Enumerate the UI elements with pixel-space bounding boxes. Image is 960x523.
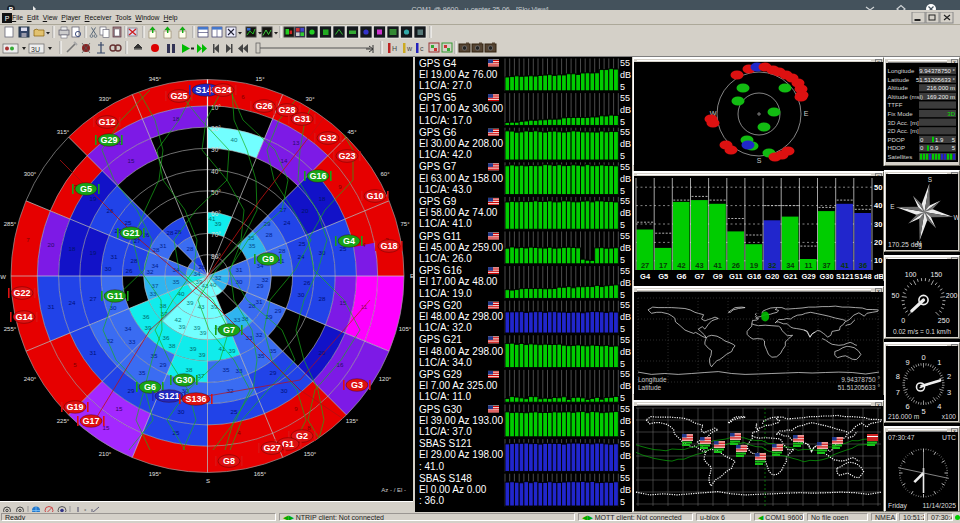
svg-text:W: W: [953, 214, 958, 221]
svg-text:El 29.00 Az 198.00: El 29.00 Az 198.00: [419, 449, 503, 460]
svg-text:G9: G9: [262, 254, 274, 264]
svg-text:15: 15: [340, 299, 347, 306]
svg-text:5: 5: [620, 463, 625, 473]
svg-text:G29: G29: [100, 135, 117, 145]
svg-text:3D: 3D: [947, 111, 955, 117]
svg-text:17: 17: [659, 261, 667, 270]
svg-text:G12: G12: [98, 117, 115, 127]
svg-text:70°: 70°: [211, 231, 221, 238]
svg-text:Satellites: Satellites: [888, 153, 913, 160]
svg-text:El 17.00 Az 48.00: El 17.00 Az 48.00: [419, 276, 498, 287]
svg-text:G31: G31: [293, 114, 310, 124]
svg-text:dB: dB: [874, 272, 883, 281]
svg-text:31: 31: [256, 298, 263, 305]
svg-text:40: 40: [210, 281, 217, 288]
svg-text:3: 3: [947, 388, 951, 397]
svg-text:4: 4: [937, 402, 941, 411]
svg-text:50: 50: [874, 183, 882, 192]
svg-text:6: 6: [906, 402, 910, 411]
svg-text:El 17.00 Az 306.00: El 17.00 Az 306.00: [419, 103, 503, 114]
svg-text:26: 26: [126, 267, 133, 274]
svg-text:30°: 30°: [211, 146, 221, 153]
svg-text:25: 25: [299, 240, 306, 247]
svg-text:El 48.00 Az 298.00: El 48.00 Az 298.00: [419, 346, 503, 357]
svg-text:G10: G10: [366, 191, 383, 201]
svg-text:L1C/A: 11.0: L1C/A: 11.0: [419, 391, 472, 402]
svg-text:216.000 m: 216.000 m: [927, 85, 955, 91]
svg-text:S121: S121: [158, 391, 179, 401]
svg-text:29: 29: [275, 307, 282, 314]
svg-text:L1C/A: 17.0: L1C/A: 17.0: [419, 115, 472, 126]
svg-text:41: 41: [841, 261, 849, 270]
svg-text:35: 35: [258, 352, 265, 359]
svg-text:5: 5: [620, 82, 625, 92]
svg-text:dB: dB: [620, 278, 631, 288]
svg-text:G14: G14: [15, 312, 32, 322]
svg-text:SBAS S121: SBAS S121: [419, 438, 472, 449]
svg-text:dB: dB: [620, 451, 631, 461]
svg-text:5: 5: [620, 220, 625, 230]
svg-text:150: 150: [931, 271, 943, 278]
svg-text:50: 50: [892, 292, 900, 299]
svg-text:5: 5: [620, 428, 625, 438]
svg-text:15: 15: [116, 405, 123, 412]
svg-text:2: 2: [947, 372, 951, 381]
svg-text:5: 5: [620, 186, 625, 196]
svg-text:P: P: [5, 15, 10, 22]
svg-text:7: 7: [26, 236, 30, 243]
svg-text:G2: G2: [296, 431, 308, 441]
svg-text:L1C/A: 26.0: L1C/A: 26.0: [419, 253, 472, 264]
svg-text:L1C/A: 19.0: L1C/A: 19.0: [419, 288, 472, 299]
svg-text:39: 39: [196, 278, 203, 285]
svg-text:G9: G9: [713, 272, 723, 281]
svg-text:28: 28: [279, 247, 286, 254]
svg-text:G29: G29: [801, 272, 815, 281]
svg-text:35: 35: [173, 278, 180, 285]
svg-text:G4: G4: [640, 272, 651, 281]
svg-text:GPS G7: GPS G7: [419, 161, 457, 172]
svg-text:36: 36: [143, 313, 150, 320]
svg-text:29: 29: [160, 361, 167, 368]
svg-text:27: 27: [641, 261, 649, 270]
svg-text:w: w: [406, 45, 413, 52]
svg-text:32: 32: [256, 331, 263, 338]
svg-text:150°: 150°: [304, 451, 317, 457]
svg-text:GPS G4: GPS G4: [419, 58, 457, 69]
svg-text:S: S: [757, 157, 762, 164]
svg-text:G8: G8: [223, 456, 235, 466]
svg-text:38: 38: [169, 342, 176, 349]
svg-text:El 19.00 Az 76.00: El 19.00 Az 76.00: [419, 69, 498, 80]
svg-text:G5: G5: [80, 184, 92, 194]
svg-text:55: 55: [620, 231, 630, 241]
svg-text:G21: G21: [783, 272, 797, 281]
svg-text:G18: G18: [380, 241, 397, 251]
svg-text:170.25 deg: 170.25 deg: [888, 241, 922, 249]
svg-text:G25: G25: [170, 91, 187, 101]
svg-text:G22: G22: [13, 288, 30, 298]
svg-text:dB: dB: [620, 174, 631, 184]
svg-text:24: 24: [284, 219, 291, 226]
svg-text:3D Acc. [m]: 3D Acc. [m]: [888, 119, 919, 126]
svg-text:51.51205633 °: 51.51205633 °: [916, 77, 956, 83]
svg-text:34: 34: [786, 261, 795, 270]
svg-text:L1C/A: 27.0: L1C/A: 27.0: [419, 80, 472, 91]
svg-text:32: 32: [262, 276, 269, 283]
svg-text:27: 27: [280, 206, 287, 213]
svg-text:165°: 165°: [254, 471, 267, 477]
svg-text:51.51205633 °: 51.51205633 °: [838, 384, 881, 391]
svg-text:20°: 20°: [211, 125, 221, 132]
svg-text:GPS G30: GPS G30: [419, 404, 462, 415]
svg-text:TTFF: TTFF: [888, 101, 903, 108]
svg-text:35: 35: [139, 369, 146, 376]
svg-text:5: 5: [73, 361, 77, 368]
svg-text:195°: 195°: [149, 471, 162, 477]
svg-text:G30: G30: [175, 375, 192, 385]
svg-text:255°: 255°: [4, 326, 17, 332]
svg-text:dB: dB: [620, 416, 631, 426]
svg-text:El 45.00 Az 259.00: El 45.00 Az 259.00: [419, 242, 503, 253]
svg-text:32: 32: [215, 274, 222, 281]
svg-text:315°: 315°: [57, 129, 70, 135]
svg-text:39: 39: [187, 299, 194, 306]
svg-text:39: 39: [215, 220, 222, 227]
svg-text:345°: 345°: [149, 76, 162, 82]
